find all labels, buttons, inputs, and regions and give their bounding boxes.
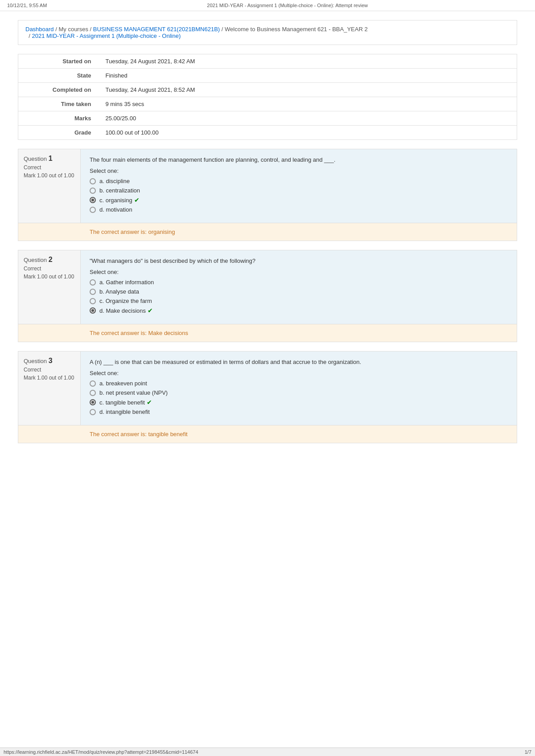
radio-circle-1-1 — [90, 188, 96, 194]
option-label-2-0: a. Gather information — [99, 279, 154, 286]
radio-circle-1-2 — [90, 197, 96, 203]
question-group-3: Question 3 Correct Mark 1.00 out of 1.00… — [18, 351, 517, 443]
main-content: Dashboard / My courses / BUSINESS MANAGE… — [18, 20, 517, 443]
datetime: 10/12/21, 9:55 AM — [7, 3, 47, 8]
time-taken-value: 9 mins 35 secs — [99, 97, 517, 111]
question-text-1: The four main elements of the management… — [90, 156, 508, 163]
option-row-3-2: c. tangible benefit ✔ — [90, 399, 508, 406]
option-label-2-3: d. Make decisions — [99, 307, 146, 314]
question-block-3: Question 3 Correct Mark 1.00 out of 1.00… — [18, 351, 517, 425]
radio-circle-1-0 — [90, 178, 96, 184]
option-row-3-0: a. breakeven point — [90, 380, 508, 387]
option-row-1-2: c. organising ✔ — [90, 196, 508, 204]
radio-circle-3-2 — [90, 399, 96, 405]
marks-label: Marks — [18, 111, 99, 126]
started-on-label: Started on — [18, 54, 99, 69]
option-row-1-1: b. centralization — [90, 187, 508, 194]
radio-circle-2-0 — [90, 279, 96, 286]
option-row-2-3: d. Make decisions ✔ — [90, 307, 508, 314]
question-group-2: Question 2 Correct Mark 1.00 out of 1.00… — [18, 250, 517, 342]
option-label-2-1: b. Analyse data — [99, 288, 139, 295]
question-number-3: Question 3 — [24, 357, 75, 365]
checkmark-icon-1-2: ✔ — [134, 196, 140, 204]
radio-circle-1-3 — [90, 207, 96, 213]
question-status-2: Correct — [24, 266, 75, 272]
breadcrumb: Dashboard / My courses / BUSINESS MANAGE… — [18, 20, 517, 45]
breadcrumb-assignment[interactable]: 2021 MID-YEAR - Assignment 1 (Multiple-c… — [32, 33, 181, 39]
question-number-1: Question 1 — [24, 155, 75, 163]
correct-answer-bar-3: The correct answer is: tangible benefit — [18, 425, 517, 443]
summary-row-state: State Finished — [18, 69, 517, 83]
time-taken-label: Time taken — [18, 97, 99, 111]
option-row-3-1: b. net present value (NPV) — [90, 389, 508, 396]
page-title-center: 2021 MID-YEAR - Assignment 1 (Multiple-c… — [207, 3, 368, 8]
summary-row-started: Started on Tuesday, 24 August 2021, 8:42… — [18, 54, 517, 69]
select-one-label-3: Select one: — [90, 370, 508, 376]
breadcrumb-sep1: / My courses / — [55, 26, 93, 33]
option-row-1-3: d. motivation — [90, 206, 508, 213]
question-main-2: "What managers do" is best described by … — [81, 250, 517, 324]
option-label-1-1: b. centralization — [99, 187, 140, 194]
question-text-2: "What managers do" is best described by … — [90, 257, 508, 264]
question-sidebar-3: Question 3 Correct Mark 1.00 out of 1.00 — [18, 351, 81, 425]
option-label-2-2: c. Organize the farm — [99, 298, 152, 304]
radio-circle-3-3 — [90, 409, 96, 415]
summary-row-time: Time taken 9 mins 35 secs — [18, 97, 517, 111]
radio-circle-3-1 — [90, 390, 96, 396]
option-row-2-1: b. Analyse data — [90, 288, 508, 295]
question-sidebar-2: Question 2 Correct Mark 1.00 out of 1.00 — [18, 250, 81, 324]
radio-circle-3-0 — [90, 380, 96, 387]
state-label: State — [18, 69, 99, 83]
breadcrumb-course[interactable]: BUSINESS MANAGEMENT 621(2021BMN621B) — [93, 26, 220, 33]
grade-value: 100.00 out of 100.00 — [99, 126, 517, 140]
option-row-2-0: a. Gather information — [90, 279, 508, 286]
question-mark-1: Mark 1.00 out of 1.00 — [24, 172, 75, 179]
summary-row-marks: Marks 25.00/25.00 — [18, 111, 517, 126]
option-label-1-2: c. organising — [99, 197, 132, 204]
question-block-1: Question 1 Correct Mark 1.00 out of 1.00… — [18, 149, 517, 223]
checkmark-icon-3-2: ✔ — [147, 399, 152, 406]
question-block-2: Question 2 Correct Mark 1.00 out of 1.00… — [18, 250, 517, 324]
summary-row-grade: Grade 100.00 out of 100.00 — [18, 126, 517, 140]
select-one-label-2: Select one: — [90, 269, 508, 275]
top-bar: 10/12/21, 9:55 AM 2021 MID-YEAR - Assign… — [0, 0, 535, 11]
grade-label: Grade — [18, 126, 99, 140]
option-row-3-3: d. intangible benefit — [90, 409, 508, 415]
option-label-3-3: d. intangible benefit — [99, 409, 150, 415]
question-mark-2: Mark 1.00 out of 1.00 — [24, 274, 75, 280]
radio-circle-2-2 — [90, 298, 96, 304]
option-label-3-1: b. net present value (NPV) — [99, 389, 168, 396]
option-row-2-2: c. Organize the farm — [90, 298, 508, 304]
correct-answer-bar-1: The correct answer is: organising — [18, 223, 517, 241]
breadcrumb-dashboard[interactable]: Dashboard — [25, 26, 54, 33]
option-label-3-0: a. breakeven point — [99, 380, 147, 387]
checkmark-icon-2-3: ✔ — [148, 307, 153, 314]
option-row-1-0: a. discipline — [90, 178, 508, 184]
select-one-label-1: Select one: — [90, 168, 508, 174]
completed-on-value: Tuesday, 24 August 2021, 8:52 AM — [99, 83, 517, 97]
option-label-1-3: d. motivation — [99, 206, 132, 213]
question-main-3: A (n) ___ is one that can be measured or… — [81, 351, 517, 425]
marks-value: 25.00/25.00 — [99, 111, 517, 126]
completed-on-label: Completed on — [18, 83, 99, 97]
question-mark-3: Mark 1.00 out of 1.00 — [24, 375, 75, 381]
question-sidebar-1: Question 1 Correct Mark 1.00 out of 1.00 — [18, 149, 81, 223]
state-value: Finished — [99, 69, 517, 83]
question-status-1: Correct — [24, 164, 75, 171]
question-status-3: Correct — [24, 367, 75, 373]
radio-circle-2-3 — [90, 307, 96, 314]
questions-container: Question 1 Correct Mark 1.00 out of 1.00… — [18, 149, 517, 443]
radio-circle-2-1 — [90, 289, 96, 295]
question-text-3: A (n) ___ is one that can be measured or… — [90, 359, 508, 365]
question-number-2: Question 2 — [24, 256, 75, 264]
option-label-3-2: c. tangible benefit — [99, 399, 145, 406]
question-group-1: Question 1 Correct Mark 1.00 out of 1.00… — [18, 149, 517, 241]
question-main-1: The four main elements of the management… — [81, 149, 517, 223]
option-label-1-0: a. discipline — [99, 178, 130, 184]
summary-row-completed: Completed on Tuesday, 24 August 2021, 8:… — [18, 83, 517, 97]
correct-answer-bar-2: The correct answer is: Make decisions — [18, 324, 517, 342]
summary-table: Started on Tuesday, 24 August 2021, 8:42… — [18, 54, 517, 140]
started-on-value: Tuesday, 24 August 2021, 8:42 AM — [99, 54, 517, 69]
